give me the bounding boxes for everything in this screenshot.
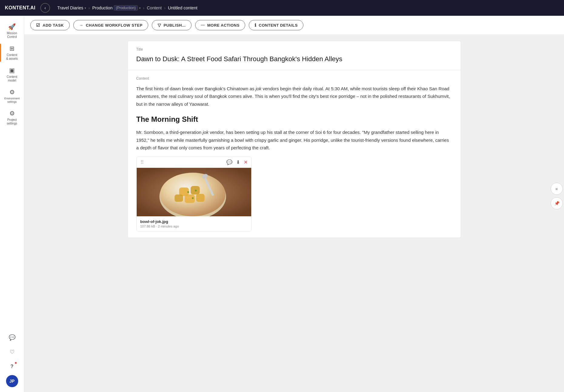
editor-area[interactable]: Title Dawn to Dusk: A Street Food Safari… xyxy=(24,35,564,392)
breadcrumb-separator-1: › xyxy=(88,5,90,10)
top-navigation: KONTENT.AI ‹ Travel Diaries ▾ › Producti… xyxy=(0,0,564,16)
project-name[interactable]: Travel Diaries ▾ xyxy=(57,5,86,10)
content-panel: Title Dawn to Dusk: A Street Food Safari… xyxy=(128,41,461,238)
sidebar-item-label: Environmentsettings xyxy=(4,97,20,104)
svg-point-2 xyxy=(160,173,225,216)
svg-rect-7 xyxy=(196,194,205,202)
info-icon: ℹ xyxy=(255,23,256,28)
image-size: 107.86 kB xyxy=(140,224,155,228)
content-breadcrumb[interactable]: Content xyxy=(147,5,162,10)
add-task-label: ADD TASK xyxy=(43,23,64,28)
app-logo: KONTENT.AI xyxy=(5,5,35,11)
sidebar: 🚀 MissionControl ⊞ Content& assets ▣ Con… xyxy=(0,16,24,392)
side-panel-actions: « 📌 xyxy=(551,183,564,209)
content-paragraph-1[interactable]: The first hints of dawn break over Bangk… xyxy=(136,85,452,108)
breadcrumb: Travel Diaries ▾ › Production (Productio… xyxy=(57,5,198,11)
chat-icon: 💬 xyxy=(9,334,15,341)
checkbox-icon: ☑ xyxy=(36,23,40,28)
avatar-initials: JP xyxy=(9,379,15,384)
sidebar-item-environment-settings[interactable]: ⚙ Environmentsettings xyxy=(1,86,23,106)
breadcrumb-separator-2: › xyxy=(143,5,145,10)
notification-badge xyxy=(15,362,17,364)
add-task-button[interactable]: ☑ ADD TASK xyxy=(30,20,70,30)
image-card-actions: 💬 ⬇ ✕ xyxy=(226,159,248,165)
content-title-breadcrumb: Untitled content xyxy=(168,5,197,10)
sidebar-item-label: Contentmodel xyxy=(7,75,17,82)
image-info: bowl-of-jok.jpg 107.86 kB · 2 minutes ag… xyxy=(137,216,251,231)
sidebar-item-content-assets[interactable]: ⊞ Content& assets xyxy=(1,42,23,63)
content-label: Content xyxy=(136,76,452,81)
close-icon[interactable]: ✕ xyxy=(244,159,248,165)
svg-point-11 xyxy=(195,190,197,191)
content-details-label: CONTENT DETAILS xyxy=(259,23,298,28)
toolbar: ☑ ADD TASK → CHANGE WORKFLOW STEP ▽ PUBL… xyxy=(24,16,564,35)
more-actions-label: MORE ACTIONS xyxy=(207,23,240,28)
image-card: ⠿ 💬 ⬇ ✕ xyxy=(136,157,252,231)
ellipsis-icon: ··· xyxy=(201,23,205,28)
content-details-button[interactable]: ℹ CONTENT DETAILS xyxy=(249,20,303,30)
comment-icon[interactable]: 💬 xyxy=(226,159,232,165)
collapse-panel-button[interactable]: « xyxy=(551,183,563,195)
help-button[interactable]: ? xyxy=(6,360,18,373)
publish-button[interactable]: ▽ PUBLISH... xyxy=(152,20,191,30)
publish-label: PUBLISH... xyxy=(164,23,186,28)
user-avatar[interactable]: JP xyxy=(6,375,18,387)
svg-rect-6 xyxy=(175,194,183,202)
content-field: Content The first hints of dawn break ov… xyxy=(128,70,461,238)
back-button[interactable]: ‹ xyxy=(40,3,50,13)
image-time: 2 minutes ago xyxy=(158,224,179,228)
settings-icon: ⚙ xyxy=(9,110,15,117)
arrow-icon: → xyxy=(79,23,84,28)
image-filename: bowl-of-jok.jpg xyxy=(140,219,248,224)
publish-icon: ▽ xyxy=(158,23,161,28)
more-actions-button[interactable]: ··· MORE ACTIONS xyxy=(195,20,245,30)
image-preview xyxy=(137,168,251,216)
svg-point-12 xyxy=(192,197,194,199)
main-content: ☑ ADD TASK → CHANGE WORKFLOW STEP ▽ PUBL… xyxy=(24,16,564,392)
title-value[interactable]: Dawn to Dusk: A Street Food Safari Throu… xyxy=(136,55,452,64)
notifications-button[interactable]: 💬 xyxy=(6,331,18,344)
sidebar-bottom-actions: 💬 ♡ ? JP xyxy=(6,331,18,392)
content-heading[interactable]: The Morning Shift xyxy=(136,115,452,124)
rocket-icon: 🚀 xyxy=(8,23,16,30)
image-card-toolbar: ⠿ 💬 ⬇ ✕ xyxy=(137,157,251,168)
title-field: Title Dawn to Dusk: A Street Food Safari… xyxy=(128,41,461,70)
breadcrumb-separator-3: › xyxy=(164,5,166,10)
pin-icon: 📌 xyxy=(554,201,559,206)
title-label: Title xyxy=(136,47,452,51)
sidebar-item-label: Projectsettings xyxy=(7,118,17,125)
content-paragraph-2[interactable]: Mr. Somboon, a third-generation jok vend… xyxy=(136,128,452,152)
change-workflow-button[interactable]: → CHANGE WORKFLOW STEP xyxy=(73,20,148,30)
svg-point-10 xyxy=(187,191,189,193)
sidebar-item-label: Content& assets xyxy=(6,53,18,61)
gear-icon: ⚙ xyxy=(9,88,15,96)
chevron-left-icon: « xyxy=(556,186,558,191)
question-icon: ? xyxy=(11,364,14,369)
download-icon[interactable]: ⬇ xyxy=(236,159,240,165)
grid-icon: ⊞ xyxy=(9,45,15,52)
environment-name[interactable]: Production (Production) ▾ xyxy=(92,5,141,11)
favorites-button[interactable]: ♡ xyxy=(6,346,18,358)
sidebar-item-label: MissionControl xyxy=(7,32,17,39)
heart-icon: ♡ xyxy=(10,349,15,355)
drag-handle-icon[interactable]: ⠿ xyxy=(140,159,144,165)
change-workflow-label: CHANGE WORKFLOW STEP xyxy=(86,23,142,28)
sidebar-item-mission-control[interactable]: 🚀 MissionControl xyxy=(1,21,23,41)
image-metadata: 107.86 kB · 2 minutes ago xyxy=(140,224,248,228)
model-icon: ▣ xyxy=(9,67,15,74)
sidebar-item-project-settings[interactable]: ⚙ Projectsettings xyxy=(1,107,23,128)
sidebar-item-content-model[interactable]: ▣ Contentmodel xyxy=(1,64,23,85)
pin-button[interactable]: 📌 xyxy=(551,197,563,209)
